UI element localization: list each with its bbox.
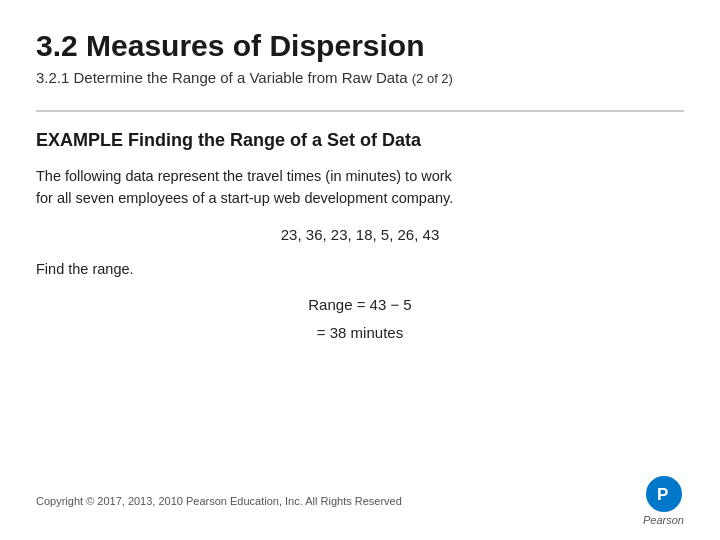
example-title: EXAMPLE Finding the Range of a Set of Da…: [36, 130, 684, 151]
subtitle-text: 3.2.1 Determine the Range of a Variable …: [36, 69, 412, 86]
page-indicator: (2 of 2): [412, 71, 453, 86]
data-values: 23, 36, 23, 18, 5, 26, 43: [36, 226, 684, 243]
pearson-icon: P: [646, 476, 682, 512]
pearson-label: Pearson: [643, 514, 684, 526]
subtitle: 3.2.1 Determine the Range of a Variable …: [36, 68, 684, 88]
footer: Copyright © 2017, 2013, 2010 Pearson Edu…: [36, 476, 684, 526]
pearson-logo: P Pearson: [643, 476, 684, 526]
divider: [36, 110, 684, 112]
svg-text:P: P: [657, 485, 668, 504]
description-line2: for all seven employees of a start-up we…: [36, 190, 453, 206]
find-range: Find the range.: [36, 261, 684, 277]
slide: 3.2 Measures of Dispersion 3.2.1 Determi…: [0, 0, 720, 540]
description: The following data represent the travel …: [36, 165, 684, 210]
solution: Range = 43 − 5 = 38 minutes: [36, 291, 684, 348]
solution-line2: = 38 minutes: [36, 319, 684, 348]
solution-line1: Range = 43 − 5: [36, 291, 684, 320]
description-line1: The following data represent the travel …: [36, 168, 452, 184]
copyright-text: Copyright © 2017, 2013, 2010 Pearson Edu…: [36, 495, 402, 507]
main-title: 3.2 Measures of Dispersion: [36, 28, 684, 64]
